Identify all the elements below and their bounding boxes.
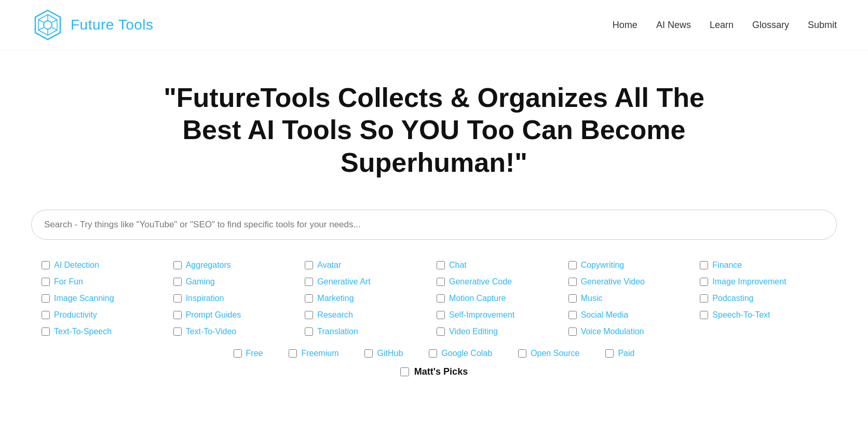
filter-ai-detection[interactable]: AI Detection bbox=[42, 261, 168, 270]
checkbox-social-media[interactable] bbox=[568, 311, 577, 319]
filter-freemium[interactable]: Freemium bbox=[289, 349, 338, 358]
filter-github[interactable]: GitHub bbox=[364, 349, 403, 358]
filter-music[interactable]: Music bbox=[568, 294, 695, 303]
filter-translation[interactable]: Translation bbox=[305, 327, 431, 336]
checkbox-google-colab[interactable] bbox=[429, 349, 437, 358]
filter-chat[interactable]: Chat bbox=[437, 261, 563, 270]
main-nav: Home AI News Learn Glossary Submit bbox=[613, 20, 837, 31]
checkbox-avatar[interactable] bbox=[305, 261, 313, 269]
checkbox-self-improvement[interactable] bbox=[437, 311, 445, 319]
filter-paid[interactable]: Paid bbox=[605, 349, 634, 358]
checkbox-text-to-video[interactable] bbox=[173, 327, 182, 336]
checkbox-inspiration[interactable] bbox=[173, 294, 182, 303]
checkbox-freemium[interactable] bbox=[289, 349, 297, 358]
svg-line-8 bbox=[38, 28, 44, 30]
filters-section: AI Detection Aggregators Avatar Chat Cop… bbox=[0, 250, 868, 388]
filter-speech-to-text[interactable]: Speech-To-Text bbox=[700, 310, 826, 320]
checkbox-chat[interactable] bbox=[437, 261, 445, 269]
filter-free[interactable]: Free bbox=[234, 349, 263, 358]
checkbox-generative-code[interactable] bbox=[437, 278, 445, 286]
search-input[interactable] bbox=[31, 210, 837, 240]
filter-finance[interactable]: Finance bbox=[700, 261, 826, 270]
checkbox-generative-art[interactable] bbox=[305, 278, 313, 286]
svg-point-2 bbox=[44, 21, 52, 29]
logo-icon bbox=[31, 8, 64, 42]
checkbox-github[interactable] bbox=[364, 349, 373, 358]
nav-learn[interactable]: Learn bbox=[710, 20, 734, 31]
checkbox-ai-detection[interactable] bbox=[42, 261, 50, 269]
checkbox-podcasting[interactable] bbox=[700, 294, 708, 303]
checkbox-video-editing[interactable] bbox=[437, 327, 445, 336]
checkbox-finance[interactable] bbox=[700, 261, 708, 269]
checkbox-image-scanning[interactable] bbox=[42, 294, 50, 303]
checkbox-translation[interactable] bbox=[305, 327, 313, 336]
checkbox-gaming[interactable] bbox=[173, 278, 182, 286]
logo-area: Future Tools bbox=[31, 8, 154, 42]
nav-submit[interactable]: Submit bbox=[808, 20, 837, 31]
filter-google-colab[interactable]: Google Colab bbox=[429, 349, 492, 358]
filter-for-fun[interactable]: For Fun bbox=[42, 277, 168, 286]
svg-line-6 bbox=[52, 28, 57, 30]
filter-avatar[interactable]: Avatar bbox=[305, 261, 431, 270]
checkbox-prompt-guides[interactable] bbox=[173, 311, 182, 319]
filter-inspiration[interactable]: Inspiration bbox=[173, 294, 300, 303]
filter-copywriting[interactable]: Copywriting bbox=[568, 261, 695, 270]
checkbox-matts-picks[interactable] bbox=[400, 367, 409, 376]
filter-self-improvement[interactable]: Self-Improvement bbox=[437, 310, 563, 320]
filter-text-to-speech[interactable]: Text-To-Speech bbox=[42, 327, 168, 336]
checkbox-generative-video[interactable] bbox=[568, 278, 577, 286]
filter-open-source[interactable]: Open Source bbox=[518, 349, 579, 358]
checkbox-productivity[interactable] bbox=[42, 311, 50, 319]
filter-aggregators[interactable]: Aggregators bbox=[173, 261, 300, 270]
nav-ai-news[interactable]: AI News bbox=[656, 20, 691, 31]
checkbox-aggregators[interactable] bbox=[173, 261, 182, 269]
svg-line-5 bbox=[38, 20, 44, 22]
checkbox-image-improvement[interactable] bbox=[700, 278, 708, 286]
filter-image-improvement[interactable]: Image Improvement bbox=[700, 277, 826, 286]
filter-text-to-video[interactable]: Text-To-Video bbox=[173, 327, 300, 336]
nav-glossary[interactable]: Glossary bbox=[752, 20, 789, 31]
logo-text: Future Tools bbox=[71, 17, 154, 33]
checkbox-free[interactable] bbox=[234, 349, 242, 358]
checkbox-text-to-speech[interactable] bbox=[42, 327, 50, 336]
filter-podcasting[interactable]: Podcasting bbox=[700, 294, 826, 303]
checkbox-marketing[interactable] bbox=[305, 294, 313, 303]
nav-home[interactable]: Home bbox=[613, 20, 638, 31]
filter-voice-modulation[interactable]: Voice Modulation bbox=[568, 327, 695, 336]
checkbox-motion-capture[interactable] bbox=[437, 294, 445, 303]
filter-generative-art[interactable]: Generative Art bbox=[305, 277, 431, 286]
checkbox-open-source[interactable] bbox=[518, 349, 526, 358]
filter-productivity[interactable]: Productivity bbox=[42, 310, 168, 320]
search-area bbox=[0, 194, 868, 250]
filter-prompt-guides[interactable]: Prompt Guides bbox=[173, 310, 300, 320]
filter-gaming[interactable]: Gaming bbox=[173, 277, 300, 286]
filter-generative-code[interactable]: Generative Code bbox=[437, 277, 563, 286]
filter-video-editing[interactable]: Video Editing bbox=[437, 327, 563, 336]
checkbox-paid[interactable] bbox=[605, 349, 614, 358]
checkbox-for-fun[interactable] bbox=[42, 278, 50, 286]
category-filter-grid: AI Detection Aggregators Avatar Chat Cop… bbox=[42, 261, 826, 336]
pricing-filter-row: Free Freemium GitHub Google Colab Open S… bbox=[42, 349, 826, 358]
filter-generative-video[interactable]: Generative Video bbox=[568, 277, 695, 286]
checkbox-voice-modulation[interactable] bbox=[568, 327, 577, 336]
checkbox-research[interactable] bbox=[305, 311, 313, 319]
filter-research[interactable]: Research bbox=[305, 310, 431, 320]
checkbox-music[interactable] bbox=[568, 294, 577, 303]
checkbox-speech-to-text[interactable] bbox=[700, 311, 708, 319]
hero-section: "FutureTools Collects & Organizes All Th… bbox=[0, 50, 868, 194]
filter-motion-capture[interactable]: Motion Capture bbox=[437, 294, 563, 303]
matts-picks-row: Matt's Picks bbox=[42, 366, 826, 377]
site-header: Future Tools Home AI News Learn Glossary… bbox=[0, 0, 868, 50]
filter-marketing[interactable]: Marketing bbox=[305, 294, 431, 303]
checkbox-copywriting[interactable] bbox=[568, 261, 577, 269]
hero-headline: "FutureTools Collects & Organizes All Th… bbox=[148, 81, 720, 179]
filter-image-scanning[interactable]: Image Scanning bbox=[42, 294, 168, 303]
filter-social-media[interactable]: Social Media bbox=[568, 310, 695, 320]
matts-picks-label: Matt's Picks bbox=[414, 366, 468, 377]
svg-line-7 bbox=[52, 20, 57, 22]
